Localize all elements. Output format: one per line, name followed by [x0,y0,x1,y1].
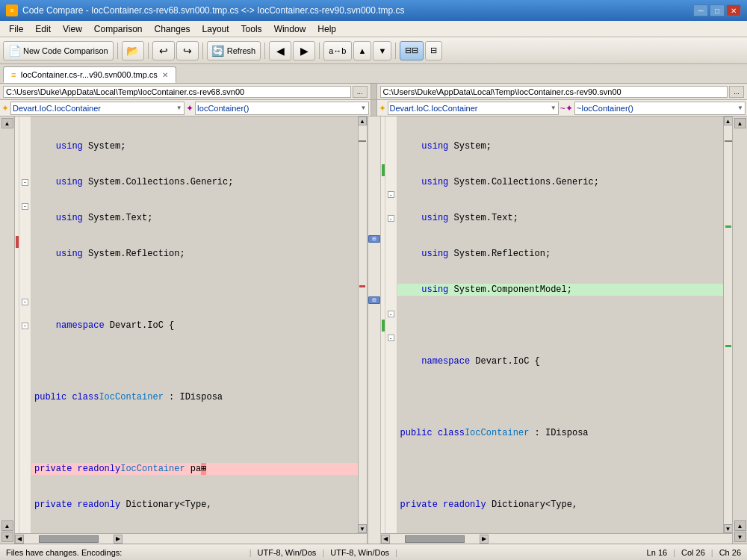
right-class-icon: ✦ [379,103,386,113]
left-code-content[interactable]: using System; using System.Collections.G… [31,116,358,533]
left-encoding: UTF-8, Win/Dos [258,548,317,557]
fold-btn-ctor2-left[interactable]: - [19,320,31,332]
right-class-text: Devart.IoC.IocContainer [390,104,478,113]
fold-btn-ctor1-left[interactable]: - [19,296,31,308]
code-line: namespace Devart.IoC { [397,355,724,367]
scroll-top-button[interactable]: ▲ [1,118,13,128]
fold-btn-ctor1-right[interactable]: - [385,308,397,320]
right-class-dropdown[interactable]: Devart.IoC.IocContainer ▼ [388,102,559,115]
left-vscroll-up-button[interactable]: ▲ [358,116,367,125]
right-add-indicator-2 [382,320,385,332]
right-hscroll-right-button[interactable]: ▶ [480,535,489,544]
navbars: ✦ Devart.IoC.IocContainer ▼ ✦ IocContain… [0,100,747,116]
next-diff-icon: ▼ [378,46,386,55]
right-pathbar: ... [377,84,748,99]
minimize-button[interactable]: ─ [693,4,708,16]
right-vscroll-down-button[interactable]: ▼ [724,524,733,533]
fold-btn-namespace-left[interactable]: - [19,176,31,188]
code-line [397,391,724,403]
tab-close-button[interactable]: ✕ [162,71,168,79]
right-class-arrow-icon: ▼ [551,105,557,111]
diff-connector-btn-1[interactable]: ⊞ [368,235,380,243]
refresh-button[interactable]: 🔄 Refresh [207,41,261,60]
left-class-dropdown[interactable]: Devart.IoC.IocContainer ▼ [10,102,185,115]
inline-icon: ⊟ [430,46,437,55]
code-line [31,427,358,439]
diff-connector-btn-2[interactable]: ⊞ [368,296,380,304]
code-line: using System.Text; [31,212,358,224]
redo-button[interactable]: ↪ [176,41,199,60]
menu-comparison[interactable]: Comparison [88,22,149,36]
status-message-text: Files have changes. Encodings: [6,548,122,557]
left-path-input[interactable] [3,86,351,98]
right-gutter-nav: ▲ ▲ ▼ [732,116,747,544]
right-code-content[interactable]: using System; using System.Collections.G… [397,116,724,533]
right-next-change-button[interactable]: ▼ [734,532,746,542]
right-scroll-diff-indicator-2 [725,345,731,347]
menu-changes[interactable]: Changes [149,22,196,36]
prev-change-button[interactable]: ▲ [1,520,13,531]
menu-edit[interactable]: Edit [29,22,57,36]
menu-layout[interactable]: Layout [196,22,235,36]
toolbar-separator-1 [117,43,118,59]
right-editor-scroll[interactable]: - - - - using System; [381,116,733,533]
left-editor-scroll[interactable]: - - - - using System; [15,116,367,533]
left-del-indicator [16,236,19,248]
right-vscroll-up-button[interactable]: ▲ [724,116,733,125]
right-scroll-top-button[interactable]: ▲ [734,118,746,128]
menu-window[interactable]: Window [268,22,312,36]
toolbar-separator-6 [395,43,396,59]
code-line [397,463,724,475]
next-change-button[interactable]: ▼ [1,532,13,542]
status-message: Files have changes. Encodings: [6,548,244,557]
fold-btn-namespace-right[interactable]: - [385,188,397,200]
right-hscroll-left-button[interactable]: ◀ [381,535,390,544]
fold-btn-ctor2-right[interactable]: - [385,332,397,343]
left-vscroll[interactable]: ▲ ▼ [358,116,367,533]
inline-button[interactable]: ⊟ [425,41,442,60]
right-prev-change-button[interactable]: ▲ [734,520,746,531]
right-method-icon: ~✦ [560,103,573,113]
right-vscroll-thumb[interactable] [725,140,732,142]
close-button[interactable]: ✕ [726,4,741,16]
menu-help[interactable]: Help [311,22,342,36]
code-line: using System.Reflection; [397,248,724,260]
fold-btn-class-left[interactable]: - [19,200,31,212]
left-hscroll[interactable]: ◀ ▶ [15,533,367,544]
new-comparison-button[interactable]: 📄 New Code Comparison [3,41,114,60]
prev-diff-button[interactable]: ▲ [353,41,372,60]
left-vscroll-thumb[interactable] [359,140,366,142]
right-path-input[interactable] [380,86,728,98]
open-button[interactable]: 📂 [122,41,144,60]
menubar: File Edit View Comparison Changes Layout… [0,21,747,37]
left-vscroll-down-button[interactable]: ▼ [358,524,367,533]
fold-btn-class-right[interactable]: - [385,212,397,224]
left-path-browse-button[interactable]: ... [353,86,368,98]
right-path-browse-button[interactable]: ... [729,86,744,98]
right-hscroll-thumb[interactable] [405,535,465,543]
left-hscroll-right-button[interactable]: ▶ [114,535,123,544]
right-vscroll[interactable]: ▲ ▼ [723,116,732,533]
menu-file[interactable]: File [3,22,29,36]
copy-right-button[interactable]: ▶ [293,41,315,60]
left-hscroll-left-button[interactable]: ◀ [15,535,24,544]
menu-view[interactable]: View [57,22,88,36]
right-hscroll[interactable]: ◀ ▶ [381,533,733,544]
menu-tools[interactable]: Tools [235,22,268,36]
code-line: namespace Devart.IoC { [31,320,358,332]
left-hscroll-thumb[interactable] [39,535,99,543]
copy-left-button[interactable]: ◀ [269,41,291,60]
maximize-button[interactable]: □ [710,4,725,16]
side-by-side-button[interactable]: ⊟⊟ [400,41,424,60]
refresh-label: Refresh [227,46,256,55]
ab-button[interactable]: a↔b [323,41,351,60]
diff-connector: ⊞ ⊞ [368,116,381,544]
right-method-dropdown[interactable]: ~IocContainer() ▼ [574,102,746,115]
next-diff-button[interactable]: ▼ [373,41,391,60]
tab-label: IocContainer.cs-r...v90.svn000.tmp.cs [20,70,157,79]
code-line-diff: using System.ComponentModel; [397,284,724,296]
undo-button[interactable]: ↩ [152,41,175,60]
comparison-tab[interactable]: ≡ IocContainer.cs-r...v90.svn000.tmp.cs … [3,66,176,83]
left-class-icon: ✦ [1,103,9,113]
left-method-dropdown[interactable]: IocContainer() ▼ [195,102,369,115]
